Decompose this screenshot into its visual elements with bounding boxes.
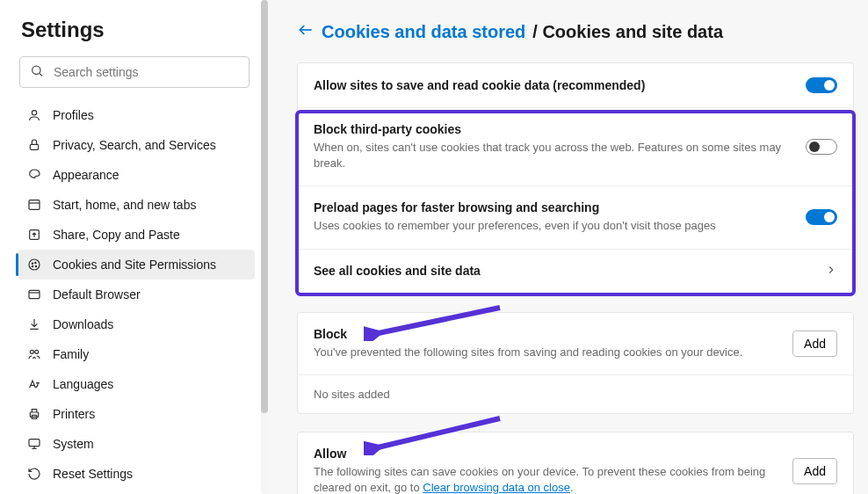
allow-section-card: Allow The following sites can save cooki… [297,432,854,494]
svg-point-7 [29,259,40,270]
row-desc: When on, sites can't use cookies that tr… [314,140,788,171]
main-content: Cookies and data stored / Cookies and si… [265,0,868,494]
system-icon [26,436,42,452]
sidebar-item-label: Privacy, Search, and Services [53,138,216,152]
svg-point-9 [35,262,36,263]
family-icon [26,346,42,362]
profile-icon [26,107,42,123]
search-icon [30,64,44,81]
sidebar-item-label: Appearance [53,168,119,182]
svg-point-8 [32,263,33,264]
svg-rect-12 [29,290,40,298]
sidebar-item-languages[interactable]: Languages [18,369,255,399]
sidebar-item-share[interactable]: Share, Copy and Paste [18,220,255,250]
download-icon [26,316,42,332]
svg-point-15 [35,350,39,353]
search-wrap [18,56,255,88]
sidebar-item-phone[interactable]: Phone and Other Devices [18,489,255,494]
section-desc: You've prevented the following sites fro… [314,345,775,360]
back-arrow-icon[interactable] [297,21,315,43]
svg-rect-4 [29,200,40,210]
sidebar-item-label: Profiles [53,108,94,122]
chevron-right-icon [825,264,837,279]
sidebar-item-label: Start, home, and new tabs [53,198,196,212]
printer-icon [26,406,42,422]
cookie-icon [26,257,42,272]
language-icon [26,376,42,392]
search-input[interactable] [19,56,250,88]
breadcrumb: Cookies and data stored / Cookies and si… [297,21,854,43]
sidebar-item-label: Default Browser [53,287,141,301]
add-block-button[interactable]: Add [792,331,837,357]
row-block-header: Block You've prevented the following sit… [298,313,853,375]
row-see-all[interactable]: See all cookies and site data [298,250,853,294]
svg-point-10 [35,265,36,266]
sidebar-item-cookies[interactable]: Cookies and Site Permissions [18,250,255,280]
sidebar-item-reset[interactable]: Reset Settings [18,459,255,489]
sidebar-item-family[interactable]: Family [18,339,255,369]
sidebar-item-label: Cookies and Site Permissions [53,258,216,272]
breadcrumb-link[interactable]: Cookies and data stored [322,22,525,42]
scrollbar-thumb[interactable] [261,0,268,413]
clear-data-link[interactable]: Clear browsing data on close [423,481,570,494]
sidebar-item-label: Family [53,347,89,361]
appearance-icon [26,167,42,183]
row-block-third-party: Block third-party cookies When on, sites… [298,108,853,186]
toggle-allow-sites[interactable] [806,77,837,93]
share-icon [26,227,42,243]
cookie-settings-card: Allow sites to save and read cookie data… [297,62,854,294]
reset-icon [26,466,42,482]
row-preload: Preload pages for faster browsing and se… [298,186,853,249]
sidebar-item-label: System [53,437,94,451]
svg-rect-3 [30,144,38,149]
svg-line-1 [40,74,42,76]
block-section-card: Block You've prevented the following sit… [297,312,854,414]
row-desc: Uses cookies to remember your preference… [314,218,788,234]
sidebar-item-downloads[interactable]: Downloads [18,309,255,339]
add-allow-button[interactable]: Add [792,458,837,484]
home-icon [26,197,42,213]
section-desc: The following sites can save cookies on … [314,464,775,494]
breadcrumb-separator: / Cookies and site data [532,22,723,42]
row-allow-sites: Allow sites to save and read cookie data… [298,63,853,108]
toggle-preload[interactable] [806,209,837,225]
svg-rect-18 [29,440,40,447]
row-title: Allow sites to save and read cookie data… [314,78,788,92]
sidebar-item-default-browser[interactable]: Default Browser [18,280,255,309]
section-title: Block [314,327,775,341]
settings-sidebar: Settings Profiles Privacy, Search, and S… [0,0,265,494]
sidebar-item-label: Downloads [53,317,113,331]
sidebar-item-system[interactable]: System [18,429,255,459]
row-allow-header: Allow The following sites can save cooki… [298,432,853,494]
lock-icon [26,137,42,153]
toggle-block-third-party[interactable] [806,139,837,155]
sidebar-item-label: Printers [53,407,95,421]
breadcrumb-current: Cookies and site data [542,22,723,41]
nav-list: Profiles Privacy, Search, and Services A… [18,100,255,494]
sidebar-item-label: Reset Settings [53,467,133,481]
row-title: See all cookies and site data [314,264,807,278]
sidebar-item-start[interactable]: Start, home, and new tabs [18,190,255,220]
section-title: Allow [314,447,775,461]
svg-point-11 [32,265,33,266]
sidebar-item-appearance[interactable]: Appearance [18,160,255,190]
sidebar-item-label: Languages [53,377,113,391]
browser-icon [26,287,42,302]
sidebar-item-label: Share, Copy and Paste [53,228,180,242]
svg-point-2 [32,111,36,115]
row-title: Block third-party cookies [314,122,788,136]
sidebar-item-printers[interactable]: Printers [18,399,255,429]
sidebar-item-privacy[interactable]: Privacy, Search, and Services [18,130,255,160]
svg-point-0 [33,66,40,74]
svg-point-14 [30,350,33,353]
row-title: Preload pages for faster browsing and se… [314,200,788,214]
page-title: Settings [18,18,255,42]
empty-state: No sites added [298,375,853,413]
scrollbar[interactable] [261,0,268,494]
sidebar-item-profiles[interactable]: Profiles [18,100,255,130]
